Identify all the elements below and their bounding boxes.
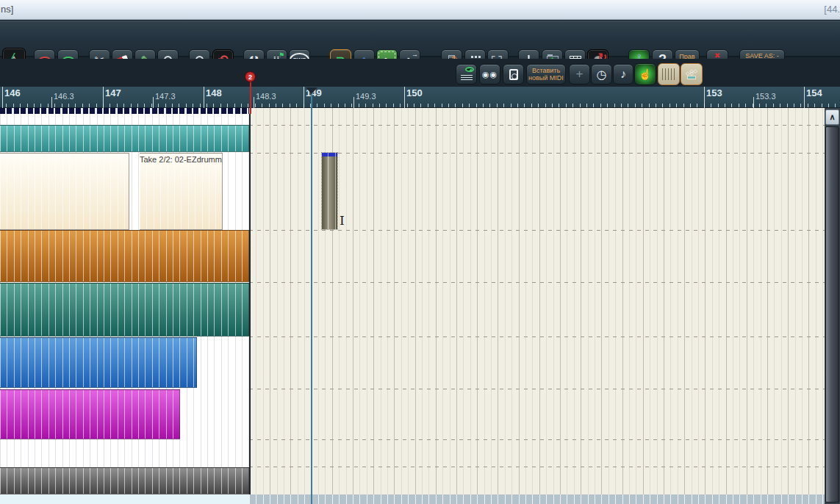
ruler-tick-label: 146 bbox=[4, 87, 21, 98]
ruler-tick-label: 154 bbox=[806, 87, 822, 98]
ruler-tick-label: 146.3 bbox=[54, 92, 74, 101]
main-toolbar: △ ╱ ✓ ✂ ✎ ↶ ⚒ ii bbox=[0, 22, 840, 57]
collapsed-track-item[interactable] bbox=[0, 108, 249, 114]
green-item[interactable] bbox=[0, 283, 249, 336]
ruler-tick-label: 153 bbox=[706, 87, 722, 98]
cream-item-2[interactable]: Take 2/2: 02-EZdrumm... bbox=[140, 153, 223, 230]
track-row-separator bbox=[249, 125, 825, 126]
ruler-tick-label: 147 bbox=[105, 87, 121, 98]
ruler-tick-line bbox=[353, 97, 354, 108]
grid-texture-icon bbox=[662, 68, 675, 80]
speaker-icon bbox=[509, 69, 518, 80]
blue-item[interactable] bbox=[0, 337, 197, 388]
fx-x-icon: ✖ bbox=[714, 52, 720, 60]
ruler-tick-line bbox=[51, 97, 52, 108]
mixer-sliders-icon bbox=[461, 75, 473, 80]
timeline-ruler[interactable]: 146146.3147147.3148148.3149149.315015315… bbox=[0, 87, 840, 108]
track-row-separator bbox=[249, 467, 825, 467]
teal-item-grid bbox=[0, 126, 248, 151]
cream-item-1[interactable] bbox=[0, 153, 129, 230]
ruler-tick-label: 148.3 bbox=[256, 92, 276, 101]
track-row-separator bbox=[249, 230, 825, 231]
green-flag-icon: ⚑ bbox=[279, 51, 284, 59]
daw-window: ns] [44. △ ╱ ✓ ✂ ✎ ↶ bbox=[0, 0, 840, 504]
chevron-up-icon: ∧ bbox=[829, 112, 835, 122]
cream-item-1-grid bbox=[0, 154, 129, 229]
track-row-separator bbox=[249, 282, 825, 283]
bottom-strip-left bbox=[0, 494, 249, 504]
ruler-tick-line bbox=[753, 97, 754, 108]
marker-2-badge[interactable]: 2 bbox=[245, 71, 256, 82]
arrow-right-icon: → bbox=[412, 51, 418, 58]
ruler-tick-label: 149.3 bbox=[356, 92, 376, 101]
marker-line-lower bbox=[249, 114, 251, 494]
gray-item-grid bbox=[0, 468, 248, 494]
marker-number: 2 bbox=[248, 73, 252, 81]
ruler-tick-line bbox=[254, 97, 254, 108]
vertical-scrollbar[interactable]: ∧ bbox=[825, 108, 840, 504]
ruler-tick-line bbox=[153, 97, 154, 108]
window-title-left: ns] bbox=[1, 4, 13, 15]
title-bar[interactable]: ns] [44. bbox=[0, 0, 840, 20]
minor-ticks bbox=[0, 104, 840, 107]
note-button[interactable]: ♪ bbox=[613, 64, 633, 84]
ruler-tick-line bbox=[804, 87, 805, 108]
scatter-points-button[interactable]: + bbox=[569, 64, 590, 84]
ruler-tick-label: 153.3 bbox=[755, 92, 776, 101]
clock-icon: ◷ bbox=[597, 68, 607, 82]
track-row-separator bbox=[249, 439, 825, 440]
reels-icon: ◉◉ bbox=[482, 70, 498, 79]
take-label: Take 2/2: 02-EZdrumm... bbox=[140, 155, 222, 164]
green-eye-small-icon bbox=[465, 67, 474, 72]
music-note-icon: ♪ bbox=[620, 68, 626, 81]
insert-new-midi-button[interactable]: Вставить новый MIDI bbox=[526, 64, 566, 84]
scroll-up-button[interactable]: ∧ bbox=[825, 109, 839, 125]
dock-strip bbox=[0, 59, 840, 87]
ruler-tick-label: 147.3 bbox=[155, 92, 176, 101]
orange-item-grid bbox=[0, 231, 248, 281]
envelope-nodes-button[interactable]: ◇◇ ◇◇ bbox=[681, 63, 703, 85]
magenta-item[interactable] bbox=[0, 389, 180, 439]
hand-icon: ☝ bbox=[639, 68, 651, 80]
window-title-right: [44. bbox=[824, 4, 840, 15]
blue-item-grid bbox=[0, 338, 196, 387]
green-item-grid bbox=[0, 284, 248, 336]
edit-cursor-line bbox=[311, 87, 312, 504]
clock-button[interactable]: ◷ bbox=[591, 64, 612, 84]
ruler-tick-label: 150 bbox=[406, 87, 423, 98]
ruler-tick-line bbox=[103, 87, 104, 108]
teal-item[interactable] bbox=[0, 125, 249, 152]
midi-item[interactable] bbox=[322, 153, 337, 229]
ruler-tick-line bbox=[404, 87, 405, 108]
track-row-separator bbox=[249, 336, 825, 337]
nodes-icon: ◇◇ ◇◇ bbox=[685, 68, 698, 80]
orange-item[interactable] bbox=[0, 230, 249, 282]
speaker-cab-button[interactable] bbox=[503, 64, 524, 84]
track-row-separator bbox=[249, 389, 825, 389]
scrollbar-thumb[interactable] bbox=[825, 126, 839, 503]
marker-line bbox=[250, 81, 251, 114]
tape-reels-button[interactable]: ◉◉ bbox=[479, 64, 500, 84]
ruler-tick-line bbox=[304, 87, 304, 108]
ruler-tick-line bbox=[704, 87, 705, 108]
insert-midi-label-1: Вставить bbox=[532, 67, 560, 74]
gray-item[interactable] bbox=[0, 467, 249, 494]
midi-item-grid bbox=[322, 153, 337, 229]
mixer-visibility-button[interactable] bbox=[456, 64, 477, 84]
ruler-tick-line bbox=[2, 87, 3, 108]
touch-hand-button[interactable]: ☝ bbox=[634, 63, 656, 85]
edit-cursor-head[interactable] bbox=[306, 87, 317, 94]
cross-dots-icon: + bbox=[576, 67, 584, 82]
cream-item-2-grid bbox=[140, 154, 222, 229]
insert-midi-label-2: новый MIDI bbox=[528, 74, 564, 82]
ruler-tick-label: 148 bbox=[206, 87, 222, 98]
bottom-strip-right bbox=[249, 494, 825, 504]
ruler-tick-line bbox=[204, 87, 204, 108]
magenta-item-grid bbox=[0, 390, 179, 439]
ibeam-mouse-cursor: I bbox=[340, 213, 345, 228]
grid-toggle-button[interactable] bbox=[658, 63, 680, 85]
